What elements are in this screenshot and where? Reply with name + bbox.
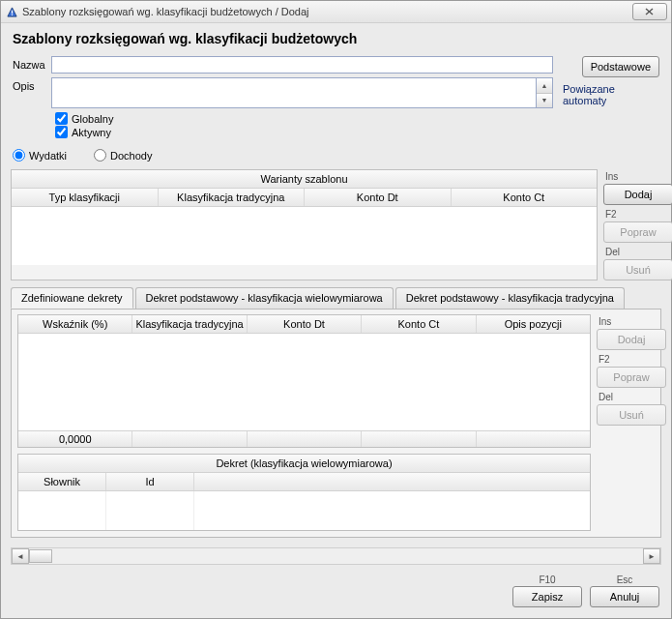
horizontal-scrollbar[interactable]: ◄ ► — [11, 547, 661, 565]
variants-edit-button: Popraw — [603, 221, 672, 243]
mdim-caption: Dekret (klasyfikacja wielowymiarowa) — [18, 455, 590, 473]
decrees-col-desc[interactable]: Opis pozycji — [477, 315, 590, 333]
decrees-col-indicator[interactable]: Wskaźnik (%) — [18, 315, 132, 333]
hint-f2: F2 — [605, 209, 661, 220]
incomes-radio-label: Dochody — [110, 150, 152, 162]
action-bar: F10 Zapisz Esc Anuluj — [1, 569, 671, 613]
tabs: Zdefiniowane dekrety Dekret podstawowy -… — [11, 287, 661, 310]
scroll-left-arrow-icon[interactable]: ◄ — [12, 548, 29, 564]
variants-caption: Warianty szablonu — [12, 170, 597, 189]
dialog-window: { "window": { "title": "Szablony rozksię… — [0, 0, 672, 619]
tab-content: Wskaźnik (%) Klasyfikacja tradycyjna Kon… — [17, 314, 591, 531]
variants-col-trad[interactable]: Klasyfikacja tradycyjna — [159, 189, 306, 206]
decrees-side: Ins Dodaj F2 Popraw Del Usuń — [597, 314, 655, 531]
mdim-header: Słownik Id — [18, 473, 590, 491]
variants-col-dt[interactable]: Konto Dt — [305, 189, 452, 206]
variants-grid-body[interactable] — [12, 207, 597, 265]
radio-row: Wydatki Dochody — [1, 145, 671, 165]
hint-esc: Esc — [617, 575, 633, 585]
desc-textarea[interactable] — [51, 77, 537, 108]
decrees-add-button: Dodaj — [597, 329, 666, 350]
page-title: Szablony rozksięgowań wg. klasyfikacji b… — [1, 23, 671, 54]
desc-spinner[interactable]: ▲ ▼ — [537, 77, 553, 108]
global-checkbox-input[interactable] — [55, 112, 68, 125]
decrees-footer-sum: 0,0000 — [18, 431, 132, 447]
decrees-footer: 0,0000 — [18, 430, 590, 447]
tabbody: Wskaźnik (%) Klasyfikacja tradycyjna Kon… — [11, 309, 661, 538]
decrees-header: Wskaźnik (%) Klasyfikacja tradycyjna Kon… — [18, 315, 590, 334]
expenses-radio[interactable]: Wydatki — [13, 149, 67, 162]
form-right: Podstawowe Powiązane automaty — [563, 56, 659, 139]
chevron-down-icon[interactable]: ▼ — [537, 93, 552, 108]
svg-rect-1 — [11, 10, 12, 13]
active-checkbox-label: Aktywny — [72, 127, 111, 138]
decrees-col-dt[interactable]: Konto Dt — [248, 315, 362, 333]
scroll-track[interactable] — [29, 549, 643, 563]
save-button[interactable]: Zapisz — [512, 586, 582, 607]
decrees-grid-body[interactable] — [18, 334, 590, 430]
basic-button[interactable]: Podstawowe — [582, 56, 659, 77]
cancel-button[interactable]: Anuluj — [590, 586, 659, 607]
hint-f2-2: F2 — [599, 354, 655, 365]
titlebar: Szablony rozksięgowań wg. klasyfikacji b… — [1, 1, 671, 23]
close-icon — [644, 8, 656, 15]
hint-f10: F10 — [539, 575, 555, 585]
active-checkbox[interactable]: Aktywny — [55, 126, 553, 138]
incomes-radio[interactable]: Dochody — [94, 149, 152, 162]
global-checkbox-label: Globalny — [72, 113, 113, 125]
variants-side: Ins Dodaj F2 Popraw Del Usuń — [603, 169, 661, 280]
app-icon — [5, 5, 18, 18]
close-button[interactable] — [632, 3, 667, 20]
related-automats-link[interactable]: Powiązane automaty — [563, 83, 659, 106]
variants-delete-button: Usuń — [603, 259, 672, 280]
variants-header: Typ klasyfikacji Klasyfikacja tradycyjna… — [12, 189, 597, 207]
tab-defined-decrees[interactable]: Zdefiniowane dekrety — [11, 287, 133, 309]
variants-col-ct[interactable]: Konto Ct — [452, 189, 598, 206]
name-input[interactable] — [51, 56, 553, 74]
expenses-radio-label: Wydatki — [29, 150, 67, 162]
mdim-grid-body[interactable] — [18, 491, 590, 530]
scroll-right-arrow-icon[interactable]: ► — [643, 548, 660, 564]
form-left: Nazwa Opis ▲ ▼ Globalny Aktywny — [13, 56, 553, 139]
variants-col-type[interactable]: Typ klasyfikacji — [12, 189, 159, 206]
hint-ins: Ins — [605, 171, 661, 182]
decrees-grid: Wskaźnik (%) Klasyfikacja tradycyjna Kon… — [17, 314, 591, 448]
mdim-col-dict[interactable]: Słownik — [18, 473, 106, 490]
incomes-radio-input[interactable] — [94, 149, 106, 162]
mdim-grid: Dekret (klasyfikacja wielowymiarowa) Sło… — [17, 454, 591, 531]
active-checkbox-input[interactable] — [55, 126, 68, 138]
tab-base-multidim[interactable]: Dekret podstawowy - klasyfikacja wielowy… — [135, 287, 394, 309]
hint-del: Del — [605, 247, 661, 257]
chevron-up-icon[interactable]: ▲ — [537, 78, 552, 93]
variants-section: Warianty szablonu Typ klasyfikacji Klasy… — [11, 169, 661, 280]
svg-rect-2 — [11, 14, 12, 15]
decrees-col-trad[interactable]: Klasyfikacja tradycyjna — [132, 315, 247, 333]
decrees-delete-button: Usuń — [597, 404, 666, 426]
desc-label: Opis — [13, 77, 51, 92]
tab-base-traditional[interactable]: Dekret podstawowy - klasyfikacja tradycy… — [395, 287, 625, 309]
global-checkbox[interactable]: Globalny — [55, 112, 553, 125]
hint-ins-2: Ins — [599, 316, 655, 327]
decrees-col-ct[interactable]: Konto Ct — [362, 315, 476, 333]
name-label: Nazwa — [13, 56, 51, 71]
mdim-col-id[interactable]: Id — [106, 473, 194, 490]
window-title: Szablony rozksięgowań wg. klasyfikacji b… — [22, 6, 632, 17]
decrees-edit-button: Popraw — [597, 367, 666, 388]
scroll-thumb[interactable] — [29, 549, 52, 563]
variants-add-button[interactable]: Dodaj — [603, 184, 672, 205]
form-area: Nazwa Opis ▲ ▼ Globalny Aktywny — [1, 54, 671, 145]
expenses-radio-input[interactable] — [13, 149, 25, 162]
variants-panel: Warianty szablonu Typ klasyfikacji Klasy… — [11, 169, 598, 280]
hint-del-2: Del — [599, 392, 655, 402]
